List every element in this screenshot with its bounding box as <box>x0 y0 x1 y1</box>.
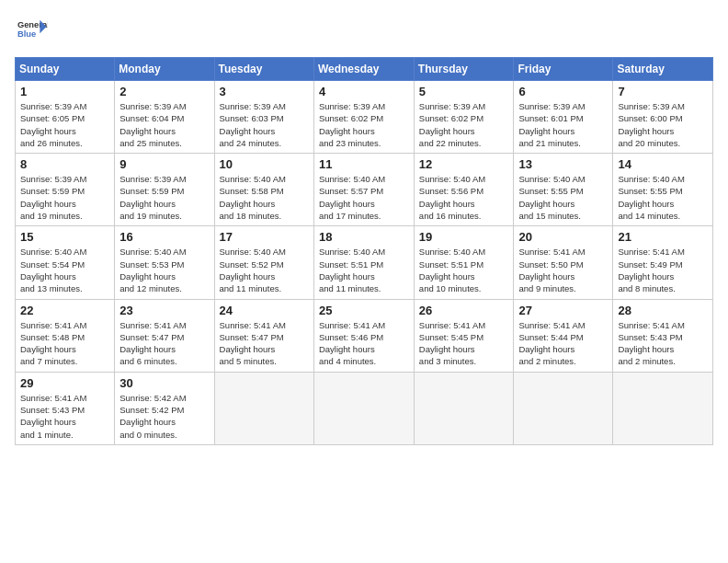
day-info: Sunrise: 5:39 AM Sunset: 6:00 PM Dayligh… <box>618 100 708 149</box>
day-info: Sunrise: 5:41 AM Sunset: 5:47 PM Dayligh… <box>220 319 309 368</box>
day-of-week-header: Monday <box>115 58 214 81</box>
calendar-cell: 20 Sunrise: 5:41 AM Sunset: 5:50 PM Dayl… <box>514 226 613 299</box>
calendar-cell: 15 Sunrise: 5:40 AM Sunset: 5:54 PM Dayl… <box>16 226 115 299</box>
calendar-cell: 9 Sunrise: 5:39 AM Sunset: 5:59 PM Dayli… <box>115 154 214 226</box>
day-info: Sunrise: 5:39 AM Sunset: 5:59 PM Dayligh… <box>20 173 109 222</box>
day-info: Sunrise: 5:39 AM Sunset: 6:03 PM Dayligh… <box>220 100 309 149</box>
day-number: 3 <box>220 85 309 98</box>
day-number: 27 <box>518 304 608 317</box>
logo: General Blue <box>15 15 48 48</box>
day-number: 28 <box>618 304 708 317</box>
day-info: Sunrise: 5:40 AM Sunset: 5:58 PM Dayligh… <box>220 173 309 222</box>
day-number: 29 <box>20 376 109 390</box>
day-number: 21 <box>618 230 708 244</box>
day-number: 10 <box>220 157 309 171</box>
day-info: Sunrise: 5:41 AM Sunset: 5:45 PM Dayligh… <box>419 319 509 368</box>
day-number: 20 <box>518 230 608 244</box>
day-number: 15 <box>20 230 109 244</box>
calendar-row: 8 Sunrise: 5:39 AM Sunset: 5:59 PM Dayli… <box>16 154 713 226</box>
day-info: Sunrise: 5:40 AM Sunset: 5:51 PM Dayligh… <box>419 246 509 294</box>
day-number: 11 <box>319 157 409 171</box>
calendar-cell: 22 Sunrise: 5:41 AM Sunset: 5:48 PM Dayl… <box>16 299 115 372</box>
day-of-week-header: Thursday <box>414 58 514 81</box>
day-info: Sunrise: 5:40 AM Sunset: 5:54 PM Dayligh… <box>20 246 109 294</box>
calendar-cell: 18 Sunrise: 5:40 AM Sunset: 5:51 PM Dayl… <box>313 226 414 299</box>
day-info: Sunrise: 5:41 AM Sunset: 5:47 PM Dayligh… <box>119 319 209 368</box>
calendar-cell <box>214 372 313 444</box>
day-info: Sunrise: 5:41 AM Sunset: 5:43 PM Dayligh… <box>618 319 708 368</box>
day-number: 26 <box>419 304 509 317</box>
day-info: Sunrise: 5:42 AM Sunset: 5:42 PM Dayligh… <box>119 392 209 441</box>
day-info: Sunrise: 5:39 AM Sunset: 5:59 PM Dayligh… <box>119 173 209 222</box>
day-number: 13 <box>518 157 608 171</box>
calendar-cell: 14 Sunrise: 5:40 AM Sunset: 5:55 PM Dayl… <box>613 154 713 226</box>
day-of-week-header: Friday <box>514 58 613 81</box>
calendar-cell: 29 Sunrise: 5:41 AM Sunset: 5:43 PM Dayl… <box>16 372 115 444</box>
day-number: 2 <box>119 85 209 98</box>
calendar-table: SundayMondayTuesdayWednesdayThursdayFrid… <box>15 57 713 445</box>
calendar-cell: 26 Sunrise: 5:41 AM Sunset: 5:45 PM Dayl… <box>414 299 514 372</box>
day-of-week-header: Wednesday <box>313 58 414 81</box>
day-number: 12 <box>419 157 509 171</box>
calendar-cell: 5 Sunrise: 5:39 AM Sunset: 6:02 PM Dayli… <box>414 81 514 154</box>
day-number: 16 <box>119 230 209 244</box>
day-number: 9 <box>119 157 209 171</box>
day-info: Sunrise: 5:41 AM Sunset: 5:43 PM Dayligh… <box>20 392 109 441</box>
calendar-cell: 12 Sunrise: 5:40 AM Sunset: 5:56 PM Dayl… <box>414 154 514 226</box>
calendar-cell: 19 Sunrise: 5:40 AM Sunset: 5:51 PM Dayl… <box>414 226 514 299</box>
day-number: 19 <box>419 230 509 244</box>
calendar-cell: 13 Sunrise: 5:40 AM Sunset: 5:55 PM Dayl… <box>514 154 613 226</box>
calendar-row: 15 Sunrise: 5:40 AM Sunset: 5:54 PM Dayl… <box>16 226 713 299</box>
day-number: 7 <box>618 85 708 98</box>
day-info: Sunrise: 5:41 AM Sunset: 5:46 PM Dayligh… <box>319 319 409 368</box>
calendar-cell: 11 Sunrise: 5:40 AM Sunset: 5:57 PM Dayl… <box>313 154 414 226</box>
day-number: 4 <box>319 85 409 98</box>
day-of-week-header: Saturday <box>613 58 713 81</box>
calendar-cell: 10 Sunrise: 5:40 AM Sunset: 5:58 PM Dayl… <box>214 154 313 226</box>
calendar-cell <box>613 372 713 444</box>
day-number: 17 <box>220 230 309 244</box>
day-info: Sunrise: 5:41 AM Sunset: 5:44 PM Dayligh… <box>518 319 608 368</box>
calendar-row: 22 Sunrise: 5:41 AM Sunset: 5:48 PM Dayl… <box>16 299 713 372</box>
day-info: Sunrise: 5:40 AM Sunset: 5:56 PM Dayligh… <box>419 173 509 222</box>
calendar-cell: 6 Sunrise: 5:39 AM Sunset: 6:01 PM Dayli… <box>514 81 613 154</box>
calendar-cell: 8 Sunrise: 5:39 AM Sunset: 5:59 PM Dayli… <box>16 154 115 226</box>
header: General Blue <box>15 15 713 48</box>
calendar-cell <box>414 372 514 444</box>
day-number: 8 <box>20 157 109 171</box>
day-number: 25 <box>319 304 409 317</box>
day-info: Sunrise: 5:40 AM Sunset: 5:55 PM Dayligh… <box>518 173 608 222</box>
day-number: 5 <box>419 85 509 98</box>
calendar-cell: 17 Sunrise: 5:40 AM Sunset: 5:52 PM Dayl… <box>214 226 313 299</box>
day-number: 6 <box>518 85 608 98</box>
day-info: Sunrise: 5:41 AM Sunset: 5:48 PM Dayligh… <box>20 319 109 368</box>
calendar-cell: 7 Sunrise: 5:39 AM Sunset: 6:00 PM Dayli… <box>613 81 713 154</box>
calendar-cell: 16 Sunrise: 5:40 AM Sunset: 5:53 PM Dayl… <box>115 226 214 299</box>
svg-text:Blue: Blue <box>17 29 36 39</box>
calendar-cell: 2 Sunrise: 5:39 AM Sunset: 6:04 PM Dayli… <box>115 81 214 154</box>
calendar-cell: 27 Sunrise: 5:41 AM Sunset: 5:44 PM Dayl… <box>514 299 613 372</box>
day-info: Sunrise: 5:41 AM Sunset: 5:50 PM Dayligh… <box>518 246 608 294</box>
day-number: 23 <box>119 304 209 317</box>
calendar-cell: 21 Sunrise: 5:41 AM Sunset: 5:49 PM Dayl… <box>613 226 713 299</box>
day-info: Sunrise: 5:39 AM Sunset: 6:02 PM Dayligh… <box>419 100 509 149</box>
calendar-cell: 28 Sunrise: 5:41 AM Sunset: 5:43 PM Dayl… <box>613 299 713 372</box>
day-number: 22 <box>20 304 109 317</box>
day-of-week-header: Sunday <box>16 58 115 81</box>
day-info: Sunrise: 5:40 AM Sunset: 5:57 PM Dayligh… <box>319 173 409 222</box>
calendar-header-row: SundayMondayTuesdayWednesdayThursdayFrid… <box>16 58 713 81</box>
calendar-cell: 1 Sunrise: 5:39 AM Sunset: 6:05 PM Dayli… <box>16 81 115 154</box>
day-number: 14 <box>618 157 708 171</box>
day-number: 30 <box>119 376 209 390</box>
calendar-cell: 25 Sunrise: 5:41 AM Sunset: 5:46 PM Dayl… <box>313 299 414 372</box>
day-info: Sunrise: 5:39 AM Sunset: 6:02 PM Dayligh… <box>319 100 409 149</box>
day-info: Sunrise: 5:40 AM Sunset: 5:51 PM Dayligh… <box>319 246 409 294</box>
calendar-cell <box>313 372 414 444</box>
calendar-cell: 3 Sunrise: 5:39 AM Sunset: 6:03 PM Dayli… <box>214 81 313 154</box>
day-info: Sunrise: 5:40 AM Sunset: 5:52 PM Dayligh… <box>220 246 309 294</box>
logo-icon: General Blue <box>15 15 48 48</box>
day-info: Sunrise: 5:39 AM Sunset: 6:05 PM Dayligh… <box>20 100 109 149</box>
calendar-row: 1 Sunrise: 5:39 AM Sunset: 6:05 PM Dayli… <box>16 81 713 154</box>
calendar-cell: 23 Sunrise: 5:41 AM Sunset: 5:47 PM Dayl… <box>115 299 214 372</box>
calendar-row: 29 Sunrise: 5:41 AM Sunset: 5:43 PM Dayl… <box>16 372 713 444</box>
